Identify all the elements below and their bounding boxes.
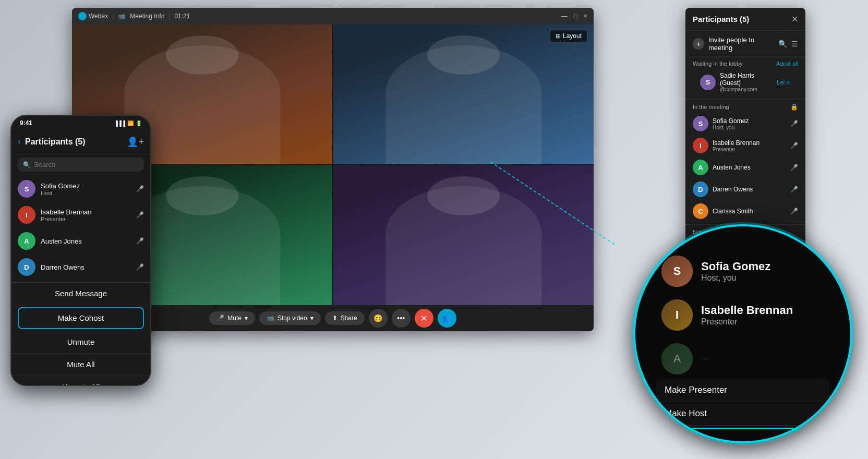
let-in-button[interactable]: Let in xyxy=(777,79,791,86)
phone-participant-isabelle[interactable]: I Isabelle Brennan Presenter 🎤 xyxy=(11,202,150,228)
layout-icon: ⊞ xyxy=(556,32,561,40)
austen-mic-icon: 🎤 xyxy=(790,164,798,171)
clarissa-avatar: C xyxy=(693,203,708,219)
austen-name: Austen Jones xyxy=(713,164,786,171)
phone-participants-title: Participants (5) xyxy=(25,137,127,147)
zoom-make-host[interactable]: Make Host xyxy=(656,402,829,426)
make-cohost-item[interactable]: Make Cohost xyxy=(18,307,144,329)
participant-isabelle[interactable]: I Isabelle Brennan Presenter 🎤 xyxy=(685,135,805,156)
isabelle-role: Presenter xyxy=(713,147,786,152)
zoom-context-menu: Make Presenter Make Host Make Cohost xyxy=(656,379,829,431)
in-meeting-header: In the meeting 🔒 xyxy=(685,101,805,113)
mute-all-label: Mute All xyxy=(67,360,94,369)
sadie-email: @company.com xyxy=(720,87,773,92)
lock-icon: 🔒 xyxy=(790,103,798,111)
invite-row[interactable]: + Invite people to meeting 🔍 ☰ xyxy=(685,31,805,57)
layout-button[interactable]: ⊞ Layout xyxy=(550,30,587,42)
phone-isabelle-info: Isabelle Brennan Presenter xyxy=(41,208,92,222)
zoom-isabelle-info: Isabelle Brennan Presenter xyxy=(701,304,793,327)
zoom-make-presenter[interactable]: Make Presenter xyxy=(656,379,829,402)
darren-info: Darren Owens xyxy=(713,186,786,193)
mute-all-item[interactable]: Mute All xyxy=(11,354,150,376)
add-participant-button[interactable]: 👤+ xyxy=(127,136,144,148)
send-message-label: Send Message xyxy=(55,289,107,298)
phone-darren-name: Darren Owens xyxy=(41,263,85,271)
share-icon: ⬆ xyxy=(332,315,337,322)
zoom-person3-info: ··· xyxy=(701,354,708,364)
close-button[interactable]: × xyxy=(584,13,587,20)
phone-darren-avatar: D xyxy=(18,258,35,276)
phone-participant-darren[interactable]: D Darren Owens 🎤 xyxy=(11,254,150,280)
zoom-make-presenter-label: Make Presenter xyxy=(665,385,727,395)
end-call-button[interactable]: ✕ xyxy=(415,309,433,328)
reactions-icon: 😊 xyxy=(373,314,382,322)
clarissa-info: Clarissa Smith xyxy=(713,208,786,215)
clarissa-mic-icon: 🎤 xyxy=(790,208,798,215)
phone-search-input[interactable] xyxy=(34,161,139,168)
darren-name: Darren Owens xyxy=(713,186,786,193)
unmute-item[interactable]: Unmute xyxy=(11,331,150,354)
lobby-section: Waiting in the lobby Admit all S Sadie H… xyxy=(685,57,805,99)
invite-plus-icon: + xyxy=(693,38,704,50)
stop-video-button[interactable]: 📹 Stop video ▾ xyxy=(259,311,321,325)
lobby-participant[interactable]: S Sadie Harris (Guest) @company.com Let … xyxy=(693,69,798,95)
unmute-all-item[interactable]: Unmute All xyxy=(11,376,150,386)
share-button[interactable]: ⬆ Share xyxy=(325,311,365,325)
zoom-isabelle-row: I Isabelle Brennan Presenter xyxy=(651,291,835,339)
phone-isabelle-avatar: I xyxy=(18,206,35,224)
minimize-button[interactable]: — xyxy=(561,13,568,20)
participant-sofia[interactable]: S Sofia Gomez Host, you 🎤 xyxy=(685,113,805,135)
app-logo: Webex xyxy=(78,12,108,20)
darren-avatar: D xyxy=(693,182,708,197)
phone-isabelle-mic: 🎤 xyxy=(136,211,144,219)
participant-austen[interactable]: A Austen Jones 🎤 xyxy=(685,156,805,178)
zoom-content: S Sofia Gomez Host, you I Isabelle Brenn… xyxy=(635,226,850,441)
phone-participant-sofia[interactable]: S Sofia Gomez Host 🎤 xyxy=(11,176,150,202)
send-message-item[interactable]: Send Message xyxy=(11,283,150,305)
sofia-avatar: S xyxy=(693,116,708,131)
zoom-person3-hint: ··· xyxy=(701,354,708,363)
phone-search-box[interactable]: 🔍 xyxy=(18,158,144,172)
back-button[interactable]: ‹ xyxy=(18,136,21,147)
more-button[interactable]: ••• xyxy=(392,309,411,328)
mute-label: Mute xyxy=(227,315,242,322)
admit-all-button[interactable]: Admit all xyxy=(776,61,798,67)
panel-close-button[interactable]: ✕ xyxy=(791,14,798,24)
battery-icon: 🔋 xyxy=(136,120,142,126)
phone-content: ‹ Participants (5) 👤+ 🔍 S Sofia Gomez Ho… xyxy=(11,130,150,385)
mute-button[interactable]: 🎤 Mute ▾ xyxy=(209,311,255,325)
sadie-avatar: S xyxy=(700,75,716,90)
stop-video-label: Stop video xyxy=(278,315,307,322)
phone-darren-info: Darren Owens xyxy=(41,263,85,271)
video-cell-2 xyxy=(333,25,594,164)
participants-button[interactable]: 👥 xyxy=(438,309,456,328)
make-cohost-label: Make Cohost xyxy=(58,313,104,322)
phone-participant-austen[interactable]: A Austen Jones 🎤 xyxy=(11,228,150,254)
austen-info: Austen Jones xyxy=(713,164,786,171)
divider2: | xyxy=(168,13,170,20)
reactions-button[interactable]: 😊 xyxy=(369,309,388,328)
phone-austen-avatar: A xyxy=(18,232,35,250)
in-meeting-section: In the meeting 🔒 S Sofia Gomez Host, you… xyxy=(685,99,805,224)
webex-icon xyxy=(78,12,87,20)
austen-avatar: A xyxy=(693,160,708,175)
panel-title: Participants (5) xyxy=(693,15,749,23)
isabelle-mic-icon: 🎤 xyxy=(790,142,798,149)
phone-time: 9:41 xyxy=(20,119,32,127)
phone-isabelle-role: Presenter xyxy=(41,216,92,222)
more-icon: ••• xyxy=(397,314,405,322)
phone-darren-mic: 🎤 xyxy=(136,263,144,271)
participant-darren[interactable]: D Darren Owens 🎤 xyxy=(685,178,805,200)
search-icon[interactable]: 🔍 xyxy=(778,40,787,48)
meeting-info-text: Meeting Info xyxy=(130,13,164,20)
phone-austen-name: Austen Jones xyxy=(41,237,82,245)
maximize-button[interactable]: □ xyxy=(574,13,577,20)
mute-dropdown-icon: ▾ xyxy=(245,315,248,322)
list-icon[interactable]: ☰ xyxy=(791,40,798,48)
participants-icon: 👥 xyxy=(442,314,451,322)
phone-sofia-mic: 🎤 xyxy=(136,185,144,192)
phone-status-bar: 9:41 ▐▐▐ 📶 🔋 xyxy=(11,116,150,130)
participant-clarissa[interactable]: C Clarissa Smith 🎤 xyxy=(685,200,805,222)
status-icons: ▐▐▐ 📶 🔋 xyxy=(114,120,142,126)
zoom-circle: S Sofia Gomez Host, you I Isabelle Brenn… xyxy=(633,224,852,443)
